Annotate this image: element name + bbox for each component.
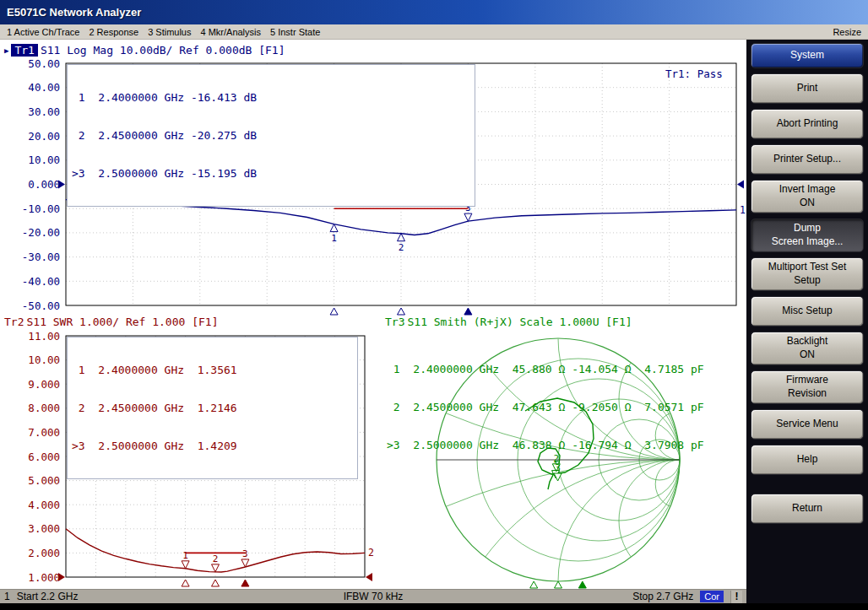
softkey-multiport-test-set-setup[interactable]: Multiport Test Set Setup — [751, 257, 864, 291]
tr1-ytick: 0.000 — [28, 178, 60, 191]
tr2-marker-1 — [182, 561, 189, 569]
menu-instr-state[interactable]: 5 Instr State — [270, 27, 320, 37]
softkey-label: Backlight — [787, 335, 828, 348]
softkey-misc-setup[interactable]: Misc Setup — [751, 296, 864, 327]
status-stop: Stop 2.7 GHz — [632, 591, 693, 602]
tr1-marker-2 — [398, 234, 405, 241]
tr2-marker-2-stimulus-indicator — [212, 580, 220, 586]
tr2-ytick: 1.000 — [28, 571, 60, 584]
menu-response[interactable]: 2 Response — [89, 27, 138, 37]
status-warning: ! — [730, 591, 742, 603]
softkey-invert-image[interactable]: Invert Image ON — [751, 180, 864, 213]
softkey-label: Misc Setup — [782, 305, 832, 318]
menu-stimulus[interactable]: 3 Stimulus — [148, 27, 191, 37]
readout-line: >3 2.5000000 GHz -15.195 dB — [72, 167, 470, 180]
softkey-label: Printer Setup... — [773, 153, 841, 166]
menu-bar: 1 Active Ch/Trace 2 Response 3 Stimulus … — [0, 24, 868, 40]
svg-text:2: 2 — [213, 553, 219, 564]
softkey-label: Print — [797, 82, 818, 95]
tr3-marker-2-stimulus-indicator — [555, 581, 562, 588]
tr1-marker-2-stimulus-indicator — [398, 308, 405, 315]
softkey-label: ON — [800, 348, 815, 362]
softkey-label: Multiport Test Set — [768, 261, 846, 274]
tr1-marker-readout: 1 2.4000000 GHz -16.413 dB 2 2.4500000 G… — [67, 64, 475, 207]
softkey-label: Revision — [788, 387, 827, 401]
readout-line: 1 2.4000000 GHz 1.3561 — [72, 364, 353, 376]
tr1-marker-3 — [464, 213, 472, 221]
readout-line: 1 2.4000000 GHz -16.413 dB — [72, 91, 470, 104]
tr1-ytick: 30.00 — [28, 105, 60, 118]
tr3-marker-1-stimulus-indicator — [530, 581, 538, 588]
tr2-ref-indicator — [58, 573, 65, 581]
tr1-ytick: -20.00 — [22, 226, 60, 239]
softkey-firmware-revision[interactable]: Firmware Revision — [751, 370, 864, 404]
tr2-ytick: 8.000 — [28, 402, 60, 414]
tr1-trace-number: 1 — [740, 204, 746, 216]
readout-line: 2 2.4500000 GHz 47.643 Ω -9.2050 Ω 7.057… — [387, 401, 704, 413]
tr2-ytick: 3.000 — [28, 522, 60, 535]
tr2-trace-number: 2 — [368, 547, 374, 559]
status-bar: 1 Start 2.2 GHz IFBW 70 kHz Stop 2.7 GHz… — [0, 589, 746, 603]
tr2-marker-readout: 1 2.4000000 GHz 1.3561 2 2.4500000 GHz 1… — [67, 337, 358, 479]
softkey-service-menu[interactable]: Service Menu — [751, 409, 864, 440]
svg-text:2: 2 — [399, 242, 404, 253]
menu-mkr-analysis[interactable]: 4 Mkr/Analysis — [200, 27, 261, 37]
softkey-label: Dump — [794, 222, 821, 235]
tr3-label: Tr3 — [385, 316, 404, 328]
tr2-ref-indicator — [366, 573, 372, 581]
softkey-print[interactable]: Print — [751, 73, 864, 104]
softkey-label: Abort Printing — [777, 117, 838, 131]
tr2-ytick: 9.000 — [28, 378, 60, 391]
softkey-label: Return — [792, 502, 822, 516]
tr2-ytick: 11.00 — [28, 330, 60, 343]
tr2-ytick: 10.00 — [28, 354, 60, 366]
readout-line: >3 2.5000000 GHz 46.838 Ω -16.794 Ω 3.79… — [387, 439, 704, 451]
tr1-marker-3-stimulus-indicator — [464, 308, 472, 315]
status-correction-badge: Cor — [700, 591, 724, 602]
tr2-marker-1-stimulus-indicator — [182, 580, 189, 586]
readout-line: 2 2.4500000 GHz 1.2146 — [72, 402, 353, 414]
softkey-label: Invert Image — [779, 183, 836, 197]
trace-display-area: 50.0040.0030.0020.0010.000.000-10.00-20.… — [0, 40, 746, 589]
active-trace-arrow-icon: ▶ — [4, 46, 8, 55]
tr2-ytick: 6.000 — [28, 451, 60, 463]
tr1-title: S11 Log Mag 10.00dB/ Ref 0.000dB [F1] — [41, 44, 285, 57]
status-start: Start 2.2 GHz — [17, 591, 79, 602]
softkey-label: Firmware — [786, 374, 828, 387]
tr2-label: Tr2 — [4, 316, 24, 328]
tr1-header[interactable]: ▶ Tr1 S11 Log Mag 10.00dB/ Ref 0.000dB [… — [4, 44, 285, 57]
tr1-marker-1 — [330, 224, 338, 232]
softkey-menu-title: System — [751, 43, 864, 68]
tr2-ytick: 5.000 — [28, 474, 60, 487]
softkey-help[interactable]: Help — [751, 445, 864, 475]
readout-line: 2 2.4500000 GHz -20.275 dB — [72, 129, 470, 142]
svg-text:3: 3 — [242, 548, 248, 559]
tr1-ref-indicator — [58, 181, 65, 189]
softkey-dump-screen-image[interactable]: Dump Screen Image... — [751, 219, 864, 252]
softkey-return[interactable]: Return — [751, 494, 864, 524]
tr2-ytick: 7.000 — [28, 426, 60, 439]
status-channel: 1 — [4, 591, 10, 602]
softkey-backlight[interactable]: Backlight ON — [751, 332, 864, 365]
tr3-marker-readout: 1 2.4000000 GHz 45.880 Ω -14.054 Ω 4.718… — [387, 337, 704, 477]
tr3-marker-3-stimulus-indicator — [578, 581, 586, 588]
softkey-label: ON — [800, 197, 815, 210]
softkey-label: Service Menu — [776, 418, 838, 431]
menu-active-ch-trace[interactable]: 1 Active Ch/Trace — [7, 27, 79, 37]
softkey-abort-printing[interactable]: Abort Printing — [751, 109, 864, 139]
menu-resize[interactable]: Resize — [833, 27, 861, 37]
tr2-header[interactable]: Tr2 S11 SWR 1.000/ Ref 1.000 [F1] — [4, 316, 218, 328]
tr2-title: S11 SWR 1.000/ Ref 1.000 [F1] — [26, 316, 218, 328]
tr1-ytick: 20.00 — [28, 130, 60, 143]
tr1-ytick: 50.00 — [28, 57, 60, 70]
tr1-marker-1-stimulus-indicator — [330, 308, 338, 315]
tr1-ref-indicator — [737, 181, 744, 189]
tr2-ytick: 2.000 — [28, 547, 60, 559]
softkey-label: System — [790, 49, 824, 62]
softkey-label: Screen Image... — [772, 235, 844, 249]
tr1-ytick: -30.00 — [22, 251, 60, 263]
softkey-printer-setup[interactable]: Printer Setup... — [751, 144, 864, 175]
title-bar[interactable]: E5071C Network Analyzer — [0, 0, 868, 24]
tr1-ytick: -40.00 — [22, 275, 60, 288]
tr3-header[interactable]: Tr3 S11 Smith (R+jX) Scale 1.000U [F1] — [385, 316, 632, 328]
